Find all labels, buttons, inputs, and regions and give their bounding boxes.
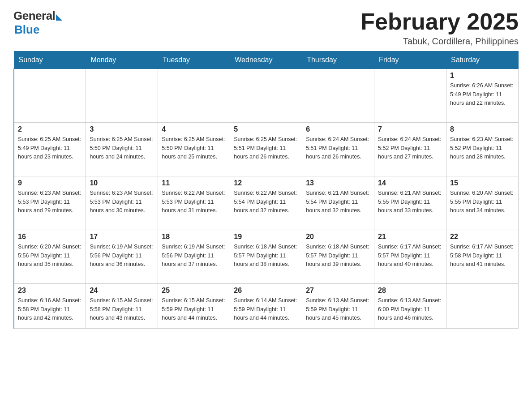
day-info: Sunrise: 6:22 AM Sunset: 5:53 PM Dayligh… [162,189,226,215]
day-number: 10 [90,179,154,187]
day-info: Sunrise: 6:19 AM Sunset: 5:56 PM Dayligh… [90,243,154,269]
calendar-cell: 4Sunrise: 6:25 AM Sunset: 5:50 PM Daylig… [158,123,230,176]
calendar-cell: 2Sunrise: 6:25 AM Sunset: 5:49 PM Daylig… [14,123,86,176]
day-number: 15 [450,179,515,187]
logo: General Blue [13,9,62,37]
calendar-week-row: 9Sunrise: 6:23 AM Sunset: 5:53 PM Daylig… [14,176,519,230]
day-number: 22 [450,233,515,241]
header-cell-wednesday: Wednesday [230,51,302,69]
logo-arrow-icon [56,14,62,21]
day-number: 16 [18,233,82,241]
day-info: Sunrise: 6:23 AM Sunset: 5:53 PM Dayligh… [90,189,154,215]
day-info: Sunrise: 6:21 AM Sunset: 5:54 PM Dayligh… [306,189,370,215]
day-info: Sunrise: 6:23 AM Sunset: 5:52 PM Dayligh… [450,135,515,161]
day-info: Sunrise: 6:25 AM Sunset: 5:51 PM Dayligh… [234,135,298,161]
day-info: Sunrise: 6:13 AM Sunset: 6:00 PM Dayligh… [378,296,442,322]
day-number: 20 [306,233,370,241]
header-cell-saturday: Saturday [446,51,519,69]
day-number: 26 [234,287,298,295]
calendar-cell [446,284,519,329]
calendar-cell: 26Sunrise: 6:14 AM Sunset: 5:59 PM Dayli… [230,284,302,329]
calendar-cell [14,69,86,123]
calendar-cell: 12Sunrise: 6:22 AM Sunset: 5:54 PM Dayli… [230,176,302,230]
day-info: Sunrise: 6:18 AM Sunset: 5:57 PM Dayligh… [234,243,298,269]
calendar-cell [302,69,374,123]
day-info: Sunrise: 6:26 AM Sunset: 5:49 PM Dayligh… [450,81,515,107]
logo-general-text: General [13,9,55,23]
calendar-body: 1Sunrise: 6:26 AM Sunset: 5:49 PM Daylig… [14,69,519,329]
calendar-cell: 10Sunrise: 6:23 AM Sunset: 5:53 PM Dayli… [86,176,158,230]
day-info: Sunrise: 6:24 AM Sunset: 5:52 PM Dayligh… [378,135,442,161]
day-info: Sunrise: 6:19 AM Sunset: 5:56 PM Dayligh… [162,243,226,269]
calendar-table: SundayMondayTuesdayWednesdayThursdayFrid… [13,51,519,329]
calendar-cell: 24Sunrise: 6:15 AM Sunset: 5:58 PM Dayli… [86,284,158,329]
calendar-week-row: 2Sunrise: 6:25 AM Sunset: 5:49 PM Daylig… [14,123,519,176]
day-info: Sunrise: 6:20 AM Sunset: 5:56 PM Dayligh… [18,243,82,269]
day-number: 17 [90,233,154,241]
day-number: 18 [162,233,226,241]
day-info: Sunrise: 6:21 AM Sunset: 5:55 PM Dayligh… [378,189,442,215]
calendar-cell: 11Sunrise: 6:22 AM Sunset: 5:53 PM Dayli… [158,176,230,230]
calendar-cell [230,69,302,123]
day-info: Sunrise: 6:24 AM Sunset: 5:51 PM Dayligh… [306,135,370,161]
day-number: 2 [18,125,82,133]
day-number: 25 [162,287,226,295]
title-block: February 2025 Tabuk, Cordillera, Philipp… [360,9,519,47]
day-number: 4 [162,125,226,133]
calendar-cell: 8Sunrise: 6:23 AM Sunset: 5:52 PM Daylig… [446,123,519,176]
header-cell-thursday: Thursday [302,51,374,69]
calendar-cell [158,69,230,123]
day-info: Sunrise: 6:25 AM Sunset: 5:50 PM Dayligh… [162,135,226,161]
calendar-cell: 21Sunrise: 6:17 AM Sunset: 5:57 PM Dayli… [374,230,446,284]
logo-blue-text: Blue [14,23,39,37]
calendar-cell: 17Sunrise: 6:19 AM Sunset: 5:56 PM Dayli… [86,230,158,284]
day-info: Sunrise: 6:22 AM Sunset: 5:54 PM Dayligh… [234,189,298,215]
day-number: 3 [90,125,154,133]
calendar-cell: 16Sunrise: 6:20 AM Sunset: 5:56 PM Dayli… [14,230,86,284]
calendar-cell: 7Sunrise: 6:24 AM Sunset: 5:52 PM Daylig… [374,123,446,176]
month-title: February 2025 [360,9,519,34]
day-info: Sunrise: 6:25 AM Sunset: 5:50 PM Dayligh… [90,135,154,161]
day-number: 9 [18,179,82,187]
day-number: 8 [450,125,515,133]
day-info: Sunrise: 6:17 AM Sunset: 5:58 PM Dayligh… [450,243,515,269]
calendar-cell [86,69,158,123]
calendar-cell: 18Sunrise: 6:19 AM Sunset: 5:56 PM Dayli… [158,230,230,284]
day-info: Sunrise: 6:17 AM Sunset: 5:57 PM Dayligh… [378,243,442,269]
header-cell-monday: Monday [86,51,158,69]
calendar-cell: 22Sunrise: 6:17 AM Sunset: 5:58 PM Dayli… [446,230,519,284]
calendar-cell: 20Sunrise: 6:18 AM Sunset: 5:57 PM Dayli… [302,230,374,284]
calendar-cell: 15Sunrise: 6:20 AM Sunset: 5:55 PM Dayli… [446,176,519,230]
day-number: 14 [378,179,442,187]
day-number: 12 [234,179,298,187]
day-number: 7 [378,125,442,133]
day-number: 1 [450,72,515,80]
day-info: Sunrise: 6:16 AM Sunset: 5:58 PM Dayligh… [18,296,82,322]
day-number: 5 [234,125,298,133]
day-number: 21 [378,233,442,241]
calendar-cell: 14Sunrise: 6:21 AM Sunset: 5:55 PM Dayli… [374,176,446,230]
day-info: Sunrise: 6:14 AM Sunset: 5:59 PM Dayligh… [234,296,298,322]
header-row: SundayMondayTuesdayWednesdayThursdayFrid… [14,51,519,69]
calendar-cell: 13Sunrise: 6:21 AM Sunset: 5:54 PM Dayli… [302,176,374,230]
day-number: 28 [378,287,442,295]
day-info: Sunrise: 6:20 AM Sunset: 5:55 PM Dayligh… [450,189,515,215]
day-number: 19 [234,233,298,241]
calendar-cell: 1Sunrise: 6:26 AM Sunset: 5:49 PM Daylig… [446,69,519,123]
day-number: 24 [90,287,154,295]
calendar-cell: 25Sunrise: 6:15 AM Sunset: 5:59 PM Dayli… [158,284,230,329]
day-number: 11 [162,179,226,187]
calendar-cell: 6Sunrise: 6:24 AM Sunset: 5:51 PM Daylig… [302,123,374,176]
calendar-cell: 5Sunrise: 6:25 AM Sunset: 5:51 PM Daylig… [230,123,302,176]
day-number: 6 [306,125,370,133]
location-title: Tabuk, Cordillera, Philippines [360,36,519,47]
calendar-week-row: 16Sunrise: 6:20 AM Sunset: 5:56 PM Dayli… [14,230,519,284]
calendar-cell: 9Sunrise: 6:23 AM Sunset: 5:53 PM Daylig… [14,176,86,230]
day-info: Sunrise: 6:13 AM Sunset: 5:59 PM Dayligh… [306,296,370,322]
calendar-cell: 3Sunrise: 6:25 AM Sunset: 5:50 PM Daylig… [86,123,158,176]
day-info: Sunrise: 6:25 AM Sunset: 5:49 PM Dayligh… [18,135,82,161]
day-number: 27 [306,287,370,295]
calendar-week-row: 1Sunrise: 6:26 AM Sunset: 5:49 PM Daylig… [14,69,519,123]
day-number: 13 [306,179,370,187]
calendar-cell [374,69,446,123]
